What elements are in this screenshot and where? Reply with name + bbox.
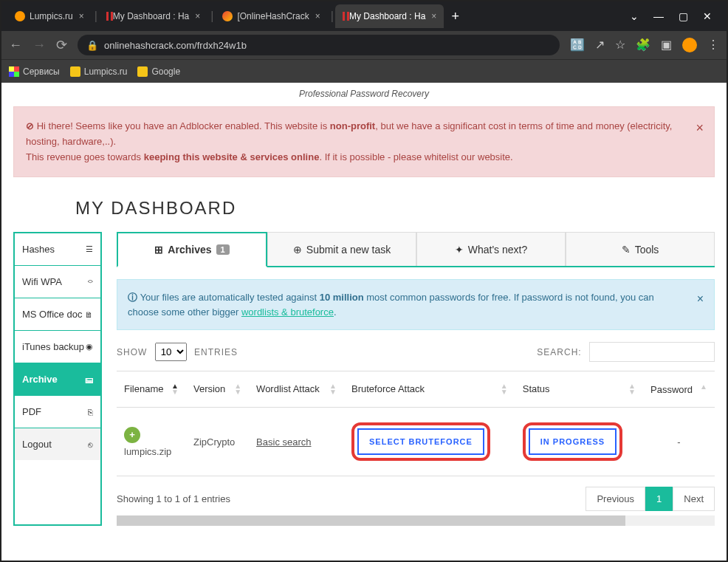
- th-wordlist[interactable]: Wordlist Attack▲▼: [249, 371, 344, 408]
- archive-icon: 🖴: [85, 375, 93, 384]
- tab-title: My Dashboard : Ha: [113, 11, 189, 21]
- alert-bold: non-profit: [330, 120, 375, 131]
- tab-label: Submit a new task: [306, 244, 391, 256]
- sidebar-label: Wifi WPA: [22, 276, 62, 287]
- reload-button[interactable]: ⟳: [56, 37, 67, 53]
- forward-button[interactable]: →: [32, 38, 46, 53]
- bookmark-label: Сервисы: [23, 66, 60, 77]
- th-version[interactable]: Version▲▼: [186, 371, 249, 408]
- entries-select[interactable]: 10: [155, 343, 187, 361]
- sidebar-item-hashes[interactable]: Hashes☰: [15, 233, 100, 266]
- tab-label: Archives: [168, 244, 211, 256]
- minimize-button[interactable]: —: [653, 10, 664, 22]
- tab-title: [OnlineHashCrack: [237, 11, 309, 21]
- th-bruteforce[interactable]: Bruteforce Attack▲▼: [344, 371, 515, 408]
- bookmark-star-icon[interactable]: ☆: [615, 38, 625, 52]
- extensions-icon[interactable]: 🧩: [636, 38, 650, 52]
- bookmark-google[interactable]: Google: [137, 66, 180, 77]
- close-icon[interactable]: ×: [315, 11, 320, 21]
- next-button[interactable]: Next: [673, 487, 715, 511]
- back-button[interactable]: ←: [9, 38, 22, 53]
- sidebar-item-pdf[interactable]: PDF⎘: [15, 396, 100, 428]
- table-icon: ⊞: [154, 244, 163, 256]
- expand-icon[interactable]: +: [124, 427, 140, 443]
- bookmark-lumpics[interactable]: Lumpics.ru: [70, 66, 128, 77]
- sidebar-item-itunes[interactable]: iTunes backup◉: [15, 331, 100, 363]
- showing-text: Showing 1 to 1 of 1 entries: [117, 493, 230, 504]
- disc-icon: ◉: [86, 342, 93, 352]
- info-text: Your files are automatically tested agai…: [140, 292, 320, 303]
- info-close-button[interactable]: ×: [697, 290, 704, 308]
- th-filename[interactable]: Filename▲▼: [117, 371, 186, 408]
- th-status[interactable]: Status▲▼: [515, 371, 643, 408]
- info-link[interactable]: wordlists & bruteforce: [241, 306, 334, 318]
- sidebar-label: Logout: [22, 439, 52, 450]
- entries-label: ENTRIES: [194, 347, 238, 357]
- search-input[interactable]: [589, 342, 715, 362]
- layers-icon: ☰: [86, 244, 93, 254]
- alert-text: . If it is possible - please whitelist o…: [319, 151, 512, 162]
- sidebar-label: PDF: [22, 406, 41, 417]
- new-tab-button[interactable]: +: [451, 9, 459, 24]
- tab-submit[interactable]: ⊕ Submit a new task: [267, 232, 416, 266]
- sidebar-label: Archive: [22, 374, 58, 385]
- close-window-button[interactable]: ✕: [703, 10, 712, 22]
- horizontal-scrollbar[interactable]: [117, 515, 715, 526]
- browser-tab-3[interactable]: [OnlineHashCrack ×: [215, 4, 327, 28]
- tab-favicon: [15, 11, 25, 21]
- search-label: SEARCH:: [537, 347, 581, 357]
- alert-close-button[interactable]: ×: [696, 117, 704, 139]
- highlight-ring: SELECT BRUTEFORCE: [351, 422, 490, 461]
- table-footer: Showing 1 to 1 of 1 entries Previous 1 N…: [117, 487, 715, 511]
- th-password[interactable]: Password▲: [643, 371, 715, 408]
- tab-badge: 1: [216, 244, 230, 255]
- share-icon[interactable]: ↗: [595, 38, 605, 52]
- show-label: SHOW: [117, 347, 147, 357]
- tab-archives[interactable]: ⊞ Archives 1: [117, 232, 267, 267]
- profile-avatar[interactable]: [682, 38, 697, 52]
- reading-list-icon[interactable]: ▣: [661, 38, 672, 52]
- sidebar-item-archive[interactable]: Archive🖴: [15, 363, 100, 396]
- pencil-icon: ✎: [622, 244, 631, 256]
- sidebar-label: MS Office doc: [22, 309, 82, 320]
- select-bruteforce-button[interactable]: SELECT BRUTEFORCE: [357, 428, 484, 455]
- info-bold: 10 million: [320, 292, 364, 303]
- ban-icon: ⊘: [26, 120, 37, 131]
- alert-bold: keeping this website & services online: [144, 151, 320, 162]
- wifi-icon: ⌔: [88, 278, 93, 287]
- browser-menu-icon[interactable]: ⋮: [707, 38, 719, 52]
- tab-title: My Dashboard : Ha: [349, 11, 425, 21]
- browser-chevron[interactable]: ⌄: [630, 10, 639, 22]
- close-icon[interactable]: ×: [79, 11, 84, 21]
- browser-tab-2[interactable]: My Dashboard : Ha ×: [99, 4, 207, 28]
- browser-tab-4[interactable]: My Dashboard : Ha ×: [335, 4, 444, 28]
- url-field[interactable]: 🔒 onlinehashcrack.com/frdxh24w1b: [78, 35, 560, 55]
- sidebar-item-office[interactable]: MS Office doc🗎: [15, 298, 100, 331]
- sidebar-item-wifi[interactable]: Wifi WPA⌔: [15, 266, 100, 298]
- previous-button[interactable]: Previous: [586, 487, 645, 511]
- tab-bar: Lumpics.ru × | My Dashboard : Ha × | [On…: [1, 1, 727, 31]
- close-icon[interactable]: ×: [431, 11, 436, 21]
- highlight-ring: IN PROGRESS: [523, 422, 622, 461]
- bookmark-apps[interactable]: Сервисы: [9, 66, 60, 77]
- wordlist-link[interactable]: Basic search: [256, 436, 311, 448]
- tab-whats-next[interactable]: ✦ What's next?: [416, 232, 566, 266]
- browser-tab-1[interactable]: Lumpics.ru ×: [7, 4, 92, 28]
- close-icon[interactable]: ×: [195, 11, 200, 21]
- tab-tools[interactable]: ✎ Tools: [566, 232, 715, 266]
- tab-label: What's next?: [468, 244, 528, 256]
- translate-icon[interactable]: 🔠: [570, 38, 585, 52]
- info-icon: ⓘ: [128, 292, 140, 303]
- tab-label: Tools: [635, 244, 659, 256]
- lock-icon: 🔒: [86, 40, 98, 51]
- scrollbar-thumb[interactable]: [117, 515, 625, 526]
- pdf-icon: ⎘: [88, 408, 93, 417]
- page-1-button[interactable]: 1: [645, 487, 673, 511]
- maximize-button[interactable]: ▢: [679, 10, 688, 22]
- apps-icon: [9, 66, 19, 77]
- tab-separator: |: [331, 10, 334, 23]
- status-button[interactable]: IN PROGRESS: [529, 428, 617, 455]
- sidebar-item-logout[interactable]: Logout⎋: [15, 428, 100, 460]
- folder-icon: [70, 66, 80, 77]
- adblock-alert: × ⊘ Hi there! Seems like you have an Adb…: [13, 106, 715, 177]
